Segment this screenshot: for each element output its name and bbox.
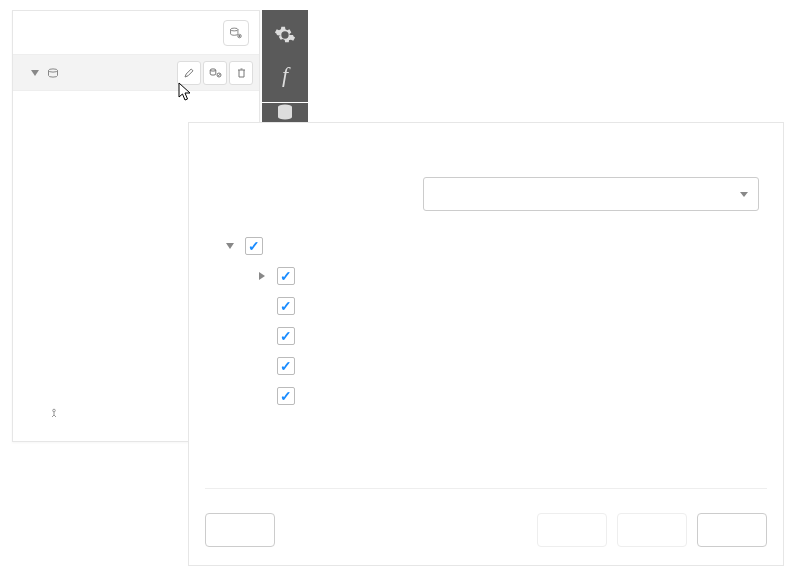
checkbox-contactname[interactable]: ✓ — [277, 327, 295, 345]
parameters-icon — [47, 407, 61, 421]
wizard-footer — [205, 488, 767, 547]
next-button[interactable] — [617, 513, 687, 547]
settings-icon[interactable] — [274, 24, 296, 49]
tool-strip: f — [262, 10, 308, 125]
checkbox-root[interactable]: ✓ — [245, 237, 263, 255]
rebuild-schema-button[interactable] — [203, 61, 227, 85]
function-icon[interactable]: f — [282, 62, 288, 88]
chevron-down-icon — [31, 70, 39, 76]
checkbox-contacttitle[interactable]: ✓ — [277, 357, 295, 375]
tree-root-row[interactable]: ✓ — [227, 231, 759, 261]
previous-button[interactable] — [537, 513, 607, 547]
svg-point-2 — [49, 68, 58, 71]
delete-data-source-button[interactable] — [229, 61, 253, 85]
chevron-down-icon — [226, 243, 234, 249]
svg-point-3 — [210, 68, 216, 70]
wizard-header — [189, 123, 783, 153]
root-element-select[interactable] — [423, 177, 759, 211]
database-strip-icon[interactable] — [275, 103, 295, 123]
wizard-body: ✓ ✓ ✓ ✓ — [189, 153, 783, 411]
tree-item-address[interactable]: ✓ — [227, 261, 759, 291]
checkbox-id[interactable]: ✓ — [277, 387, 295, 405]
svg-point-5 — [53, 409, 56, 412]
chevron-down-icon — [740, 192, 748, 197]
tree-item-id[interactable]: ✓ — [227, 381, 759, 411]
data-source-row[interactable] — [13, 55, 259, 91]
finish-button[interactable] — [697, 513, 767, 547]
chevron-right-icon — [259, 272, 265, 280]
data-source-wizard: ✓ ✓ ✓ ✓ — [188, 122, 784, 566]
footer-separator — [205, 488, 767, 489]
tree-item-companyname[interactable]: ✓ — [227, 291, 759, 321]
checkbox-address[interactable]: ✓ — [277, 267, 295, 285]
cancel-button[interactable] — [205, 513, 275, 547]
fields-tree: ✓ ✓ ✓ ✓ — [213, 231, 759, 411]
data-source-actions — [177, 61, 259, 85]
edit-data-source-button[interactable] — [177, 61, 201, 85]
field-list-header — [13, 11, 259, 55]
checkbox-companyname[interactable]: ✓ — [277, 297, 295, 315]
database-icon — [47, 68, 59, 78]
tree-item-contacttitle[interactable]: ✓ — [227, 351, 759, 381]
add-data-source-button[interactable] — [223, 20, 249, 46]
tree-item-contactname[interactable]: ✓ — [227, 321, 759, 351]
svg-point-0 — [231, 28, 238, 31]
root-element-row — [213, 177, 759, 211]
